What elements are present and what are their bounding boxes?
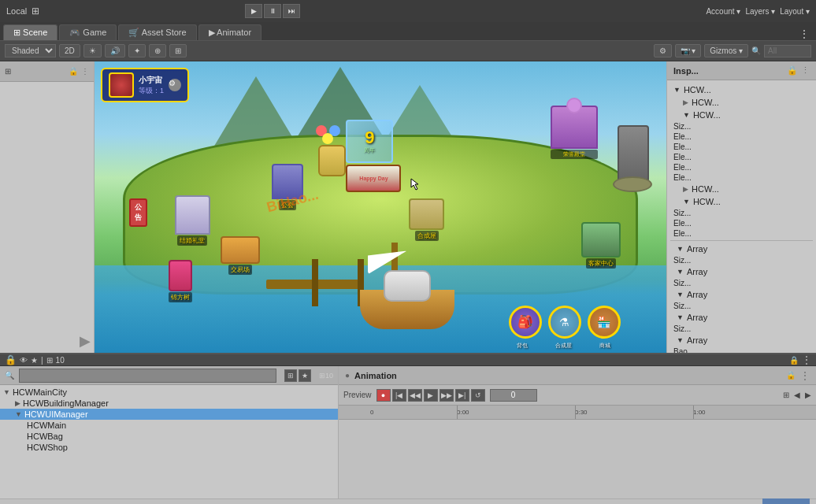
timeline-area: 0 0:00 0:30 1:00 xyxy=(339,406,816,498)
timeline-mark-030: 0:30 xyxy=(575,409,588,416)
timeline-ruler: 0 0:00 0:30 1:00 xyxy=(339,406,816,420)
layout-icon: ⊞ xyxy=(32,6,39,17)
inspector-row-1[interactable]: ▶ HCW... xyxy=(670,96,813,109)
anim-record-btn[interactable]: ● xyxy=(376,389,391,402)
inspector-array1[interactable]: ▼ Array xyxy=(670,243,813,255)
player-level: 等级：1 xyxy=(139,86,164,96)
backpack-label: 背包 xyxy=(517,342,528,350)
player-name: 小宇宙 xyxy=(139,75,164,86)
anim-start-btn[interactable]: |◀ xyxy=(392,389,406,402)
anim-loop-btn[interactable]: ↺ xyxy=(471,389,485,402)
inspector-array2[interactable]: ▼ Array xyxy=(670,265,813,278)
inspector-row-4[interactable]: ▼ HCW... xyxy=(670,195,813,208)
tab-asset-store[interactable]: 🛒 Asset Store xyxy=(118,24,196,40)
left-panel-lock[interactable]: 🔒 xyxy=(69,67,78,76)
anim-right-arrow[interactable]: ▶ xyxy=(805,391,811,399)
shop-label: 商城 xyxy=(599,342,610,350)
cursor xyxy=(409,178,421,191)
tick-0 xyxy=(457,406,458,419)
tree-item-3[interactable]: ▼ HCWUIManager xyxy=(0,409,338,420)
hierarchy-btn1[interactable]: ⊞ xyxy=(284,369,297,382)
top-bar: Local ⊞ ▶ ⏸ ⏭ Account ▾ Layers ▾ Layout … xyxy=(0,0,816,22)
timeline-mark-0: 0 xyxy=(370,409,373,416)
cake-display: 9 周年 Happy Day xyxy=(346,120,401,192)
step-button[interactable]: ⏭ xyxy=(283,4,300,18)
gizmos-button[interactable]: Gizmos ▾ xyxy=(704,44,748,57)
anim-play-btn[interactable]: ▶ xyxy=(424,389,438,402)
tree-item-1[interactable]: ▼ HCWMainCity xyxy=(0,387,338,398)
game-scene: 结婚礼堂 公会 9 周年 xyxy=(95,61,666,353)
hierarchy-btn2[interactable]: ★ xyxy=(299,369,311,382)
lighting-icon[interactable]: ☀ xyxy=(83,44,102,57)
animation-lock[interactable]: 🔒 xyxy=(786,371,796,380)
tree-item-6[interactable]: HCWShop xyxy=(0,442,338,453)
anim-left-arrow[interactable]: ◀ xyxy=(794,391,800,399)
tab-game[interactable]: 🎮 Game xyxy=(59,24,117,40)
bottom-eye-icon[interactable]: 👁 xyxy=(20,356,28,365)
anim-end-btn[interactable]: ▶| xyxy=(455,389,469,402)
layers-icon: ⊞ xyxy=(46,356,53,365)
tree-item-5[interactable]: HCWBag xyxy=(0,431,338,442)
left-panel-more[interactable]: ⋮ xyxy=(81,67,89,76)
inspector-lock[interactable]: 🔒 xyxy=(787,65,798,76)
tree-item-4[interactable]: HCWMain xyxy=(0,420,338,431)
inspector-array1-siz: Siz... xyxy=(670,255,813,265)
timeline-mark-000: 0:00 xyxy=(457,409,469,416)
inspector-array5[interactable]: ▼ Array xyxy=(670,334,813,346)
pier-post-1 xyxy=(312,259,318,306)
audio-icon[interactable]: 🔊 xyxy=(105,44,125,57)
2d-button[interactable]: 2D xyxy=(59,44,80,57)
nav-icon[interactable]: ⊕ xyxy=(149,44,166,57)
animation-more[interactable]: ⋮ xyxy=(800,370,810,381)
hierarchy-tree: ▼ HCWMainCity ▶ HCWBuildingManager ▼ HCW… xyxy=(0,385,338,498)
tab-scene[interactable]: ⊞ Scene xyxy=(3,24,57,40)
bottom-panel-lock[interactable]: 🔒 xyxy=(789,356,799,365)
inspector-more[interactable]: ⋮ xyxy=(801,65,810,76)
left-panel-header: ⊞ 🔒 ⋮ xyxy=(0,61,94,82)
anim-next-btn[interactable]: ▶▶ xyxy=(440,389,454,402)
transform-icon[interactable]: ⚙ xyxy=(654,44,672,57)
tab-animator[interactable]: ▶ Animator xyxy=(198,24,261,40)
backpack-button[interactable]: 🎒 xyxy=(509,306,542,339)
expand-arrow-right[interactable]: ▶ xyxy=(80,332,91,350)
inspector-array4-siz: Siz... xyxy=(670,324,813,334)
animation-header: ● Animation 🔒 ⋮ xyxy=(339,366,816,385)
inspector-sub-siz: Siz... xyxy=(670,121,813,132)
pause-button[interactable]: ⏸ xyxy=(264,4,281,18)
tab-more-icon[interactable]: ⋮ xyxy=(799,28,810,40)
scene-search-input[interactable] xyxy=(764,45,811,57)
shop-icon: 🏪 xyxy=(597,316,610,328)
tab-bar: ⊞ Scene 🎮 Game 🛒 Asset Store ▶ Animator … xyxy=(0,22,816,41)
grid-icon[interactable]: ⊞ xyxy=(169,44,187,57)
inspector-sub-ele1: Ele... xyxy=(670,132,813,142)
tree-item-2[interactable]: ▶ HCWBuildingManager xyxy=(0,398,338,409)
anim-frame-input[interactable] xyxy=(490,389,537,402)
bottom-panel-more[interactable]: ⋮ xyxy=(802,354,811,365)
camera-icon[interactable]: 📷 ▾ xyxy=(675,44,702,57)
inspector-items: ▼ HCW... ▶ HCW... ▼ HCW... Siz... Ele...… xyxy=(667,80,816,353)
synthesis-button[interactable]: ⚗ xyxy=(548,306,581,339)
play-button[interactable]: ▶ xyxy=(245,4,262,18)
scene-viewport[interactable]: 结婚礼堂 公会 9 周年 xyxy=(95,61,666,353)
settings-icon[interactable]: ⚙ xyxy=(169,79,181,91)
inspector-title: Insp... xyxy=(673,66,699,76)
layers-count: 10 xyxy=(56,356,65,365)
inspector-row-2[interactable]: ▼ HCW... xyxy=(670,109,813,121)
effects-icon[interactable]: ✦ xyxy=(128,44,146,57)
inspector-row-0[interactable]: ▼ HCW... xyxy=(670,83,813,96)
inspector-array3[interactable]: ▼ Array xyxy=(670,288,813,301)
bottom-star-icon[interactable]: ★ xyxy=(31,356,38,365)
bottom-toolbar: 🔒 👁 ★ | ⊞ 10 🔒 ⋮ xyxy=(0,354,816,366)
player-avatar xyxy=(109,72,134,98)
shop-button[interactable]: 🏪 xyxy=(588,306,621,339)
shaded-select[interactable]: Shaded xyxy=(5,44,56,57)
hierarchy-search-input[interactable] xyxy=(19,369,276,383)
inspector-row-3[interactable]: ▶ HCW... xyxy=(670,183,813,195)
bottom-lock-icon[interactable]: 🔒 xyxy=(5,354,17,365)
scene-toolbar: Shaded 2D ☀ 🔊 ✦ ⊕ ⊞ ⚙ 📷 ▾ Gizmos ▾ 🔍 xyxy=(0,41,816,61)
left-panel-footer: ▶ xyxy=(0,329,94,353)
inspector-array4[interactable]: ▼ Array xyxy=(670,311,813,324)
anim-prev-btn[interactable]: ◀◀ xyxy=(408,389,422,402)
inspector-header: Insp... 🔒 ⋮ xyxy=(667,61,816,80)
hud-buttons: 🎒 ⚗ 🏪 xyxy=(509,306,621,339)
